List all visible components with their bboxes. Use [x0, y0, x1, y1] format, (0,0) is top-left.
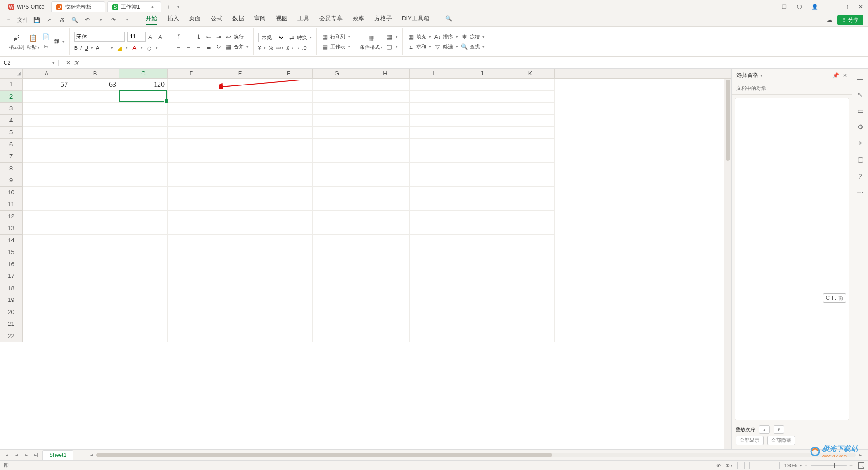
- cell-F9[interactable]: [264, 174, 313, 187]
- cell-F2[interactable]: [264, 91, 313, 103]
- cell-D13[interactable]: [168, 222, 216, 235]
- cell-D15[interactable]: [168, 246, 216, 258]
- cell-B18[interactable]: [71, 282, 119, 295]
- cell-E6[interactable]: [216, 139, 264, 151]
- cell-H20[interactable]: [361, 306, 410, 319]
- cell-I13[interactable]: [410, 222, 458, 235]
- cell-J4[interactable]: [458, 115, 506, 127]
- bookmark-icon[interactable]: ▢: [856, 155, 864, 164]
- cell-B6[interactable]: [71, 139, 119, 151]
- bold-button[interactable]: B: [74, 45, 78, 51]
- sheet-nav-first[interactable]: |◂: [3, 452, 10, 457]
- vertical-scroll-thumb[interactable]: [726, 80, 730, 161]
- cell-A15[interactable]: [23, 246, 71, 258]
- cell-J22[interactable]: [458, 330, 506, 343]
- cell-H22[interactable]: [361, 330, 410, 343]
- cell-F15[interactable]: [264, 246, 313, 258]
- vertical-scrollbar[interactable]: [724, 79, 731, 449]
- cell-F12[interactable]: [264, 211, 313, 223]
- row-header-1[interactable]: 1: [0, 79, 22, 91]
- cell-H18[interactable]: [361, 282, 410, 295]
- maximize-icon[interactable]: ▢: [842, 4, 849, 10]
- cell-F11[interactable]: [264, 198, 313, 211]
- cell-E21[interactable]: [216, 318, 264, 330]
- cell-J21[interactable]: [458, 318, 506, 330]
- tab-template[interactable]: D 找稻壳模板: [51, 1, 105, 12]
- cell-G3[interactable]: [313, 103, 361, 115]
- sheet-add-button[interactable]: ＋: [76, 451, 84, 459]
- cell-K13[interactable]: [506, 222, 555, 235]
- cell-C2[interactable]: [119, 91, 168, 103]
- percent-button[interactable]: %: [269, 45, 273, 51]
- hscroll-right[interactable]: ▸: [859, 452, 862, 457]
- cell-H8[interactable]: [361, 163, 410, 175]
- redo-icon[interactable]: ↷: [109, 16, 118, 24]
- align-middle-button[interactable]: ≡: [185, 33, 192, 40]
- cell-B14[interactable]: [71, 235, 119, 247]
- cell-F22[interactable]: [264, 330, 313, 343]
- cell-H9[interactable]: [361, 174, 410, 187]
- cell-G11[interactable]: [313, 198, 361, 211]
- cell-C12[interactable]: [119, 211, 168, 223]
- cell-J18[interactable]: [458, 282, 506, 295]
- cell-F18[interactable]: [264, 282, 313, 295]
- cell-A10[interactable]: [23, 187, 71, 199]
- cell-J16[interactable]: [458, 258, 506, 271]
- spreadsheet-grid[interactable]: ◢ ABCDEFGHIJK 12345678910111213141516171…: [0, 69, 731, 449]
- cell-G14[interactable]: [313, 235, 361, 247]
- cell-A13[interactable]: [23, 222, 71, 235]
- cell-E1[interactable]: [216, 79, 264, 91]
- cell-style-button[interactable]: ▢▾: [386, 43, 398, 50]
- cell-G4[interactable]: [313, 115, 361, 127]
- cell-K4[interactable]: [506, 115, 555, 127]
- convert-button[interactable]: ⇄转换▾: [288, 34, 312, 41]
- cell-D5[interactable]: [168, 127, 216, 139]
- row-header-11[interactable]: 11: [0, 198, 22, 211]
- zoom-slider[interactable]: [811, 465, 847, 466]
- sheet-nav-next[interactable]: ▸: [23, 452, 30, 457]
- move-up-button[interactable]: ▴: [759, 425, 770, 434]
- properties-icon[interactable]: ⚙: [856, 123, 864, 131]
- format-painter-button[interactable]: 🖌 格式刷: [9, 33, 24, 51]
- cell-D1[interactable]: [168, 79, 216, 91]
- cell-I8[interactable]: [410, 163, 458, 175]
- menu-data[interactable]: 数据: [232, 14, 244, 25]
- cell-K3[interactable]: [506, 103, 555, 115]
- menu-diy[interactable]: DIY工具箱: [402, 14, 429, 25]
- dec-inc-button[interactable]: .0→: [285, 45, 294, 51]
- cloud-icon[interactable]: ☁: [826, 16, 834, 24]
- cell-C22[interactable]: [119, 330, 168, 343]
- cell-B3[interactable]: [71, 103, 119, 115]
- print-icon[interactable]: 🖨: [58, 16, 66, 24]
- avatar-icon[interactable]: 👤: [811, 4, 818, 10]
- cell-H10[interactable]: [361, 187, 410, 199]
- hscroll-left[interactable]: ◂: [90, 452, 93, 457]
- comma-button[interactable]: 000: [276, 46, 283, 50]
- cancel-fx-icon[interactable]: ✕: [66, 60, 71, 66]
- cell-K22[interactable]: [506, 330, 555, 343]
- cell-C17[interactable]: [119, 270, 168, 282]
- cell-B17[interactable]: [71, 270, 119, 282]
- cell-D19[interactable]: [168, 294, 216, 306]
- cell-J12[interactable]: [458, 211, 506, 223]
- show-all-button[interactable]: 全部显示: [736, 436, 764, 445]
- cell-H4[interactable]: [361, 115, 410, 127]
- cell-H6[interactable]: [361, 139, 410, 151]
- cell-K5[interactable]: [506, 127, 555, 139]
- menu-home[interactable]: 开始: [146, 14, 157, 25]
- tools-icon[interactable]: ✧: [856, 139, 864, 147]
- undo-icon[interactable]: ↶: [83, 16, 91, 24]
- cell-F1[interactable]: [264, 79, 313, 91]
- cell-A17[interactable]: [23, 270, 71, 282]
- tab-add-button[interactable]: ＋: [163, 2, 173, 12]
- cell-I18[interactable]: [410, 282, 458, 295]
- font-name-select[interactable]: [74, 32, 125, 42]
- cell-A11[interactable]: [23, 198, 71, 211]
- cell-G6[interactable]: [313, 139, 361, 151]
- tab-workbook[interactable]: S 工作簿1 •: [107, 1, 161, 12]
- copy-button[interactable]: 📄: [42, 33, 50, 40]
- save-icon[interactable]: 💾: [33, 16, 41, 24]
- cell-C14[interactable]: [119, 235, 168, 247]
- cell-E13[interactable]: [216, 222, 264, 235]
- view-break-button[interactable]: [761, 462, 768, 469]
